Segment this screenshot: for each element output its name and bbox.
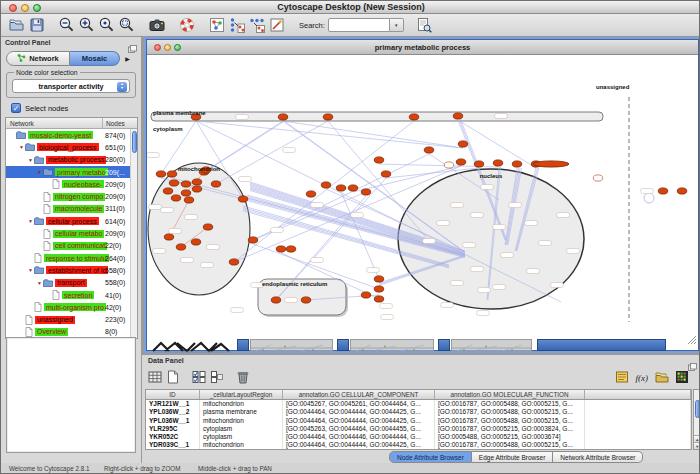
- graph-node[interactable]: [456, 159, 466, 165]
- graph-node[interactable]: [192, 186, 202, 192]
- tree-row[interactable]: macromolecule311(0): [6, 203, 130, 215]
- layout-horizontal-icon[interactable]: [227, 15, 247, 35]
- graph-node[interactable]: [191, 239, 201, 245]
- graph-node[interactable]: [181, 190, 191, 196]
- tree-row[interactable]: ▼primary metabo209(...: [6, 166, 130, 178]
- attribute-list-icon[interactable]: [613, 368, 631, 386]
- column-header-id[interactable]: ID: [146, 390, 200, 399]
- delete-attribute-icon[interactable]: [234, 368, 252, 386]
- window-title-block[interactable]: [337, 339, 349, 351]
- attribute-table-icon[interactable]: [146, 368, 164, 386]
- graph-node[interactable]: [409, 114, 419, 120]
- expand-arrow-icon[interactable]: ▼: [36, 280, 43, 286]
- graph-node[interactable]: [271, 297, 281, 303]
- tab-mosaic[interactable]: Mosaic: [70, 51, 120, 66]
- tree-row[interactable]: ▼metabolic process280(0): [6, 154, 130, 166]
- layout-vertical-icon[interactable]: [247, 15, 267, 35]
- graph-node[interactable]: [361, 189, 371, 195]
- network-canvas[interactable]: plasma membranecytoplasmmitochondrionnuc…: [147, 55, 700, 352]
- help-icon[interactable]: [177, 15, 197, 35]
- birdseye-view-panel[interactable]: [6, 337, 136, 453]
- tab-network[interactable]: Network: [6, 51, 70, 66]
- attribute-matrix-icon[interactable]: [673, 368, 691, 386]
- graph-node[interactable]: [203, 224, 213, 230]
- graph-node[interactable]: [169, 180, 179, 186]
- tree-row[interactable]: ▼establishment of lo558(0): [6, 264, 130, 276]
- graph-node[interactable]: [458, 141, 468, 147]
- network-window-titlebar[interactable]: primary metabolic process: [147, 40, 698, 55]
- table-row[interactable]: YLR295Ccytoplasm[GO:0045263, GO:0044464,…: [146, 425, 691, 433]
- graph-node[interactable]: [474, 161, 484, 167]
- scroll-up-icon[interactable]: ▲: [694, 435, 700, 442]
- column-header-molecular-function[interactable]: annotation.GO MOLECULAR_FUNCTION: [435, 390, 585, 399]
- network-overview-icon[interactable]: [207, 15, 227, 35]
- expand-arrow-icon[interactable]: ▼: [27, 157, 34, 163]
- background-window[interactable]: [337, 339, 434, 351]
- window-title-block[interactable]: [237, 339, 249, 351]
- scroll-down-icon[interactable]: ▼: [694, 442, 700, 449]
- tree-header-nodes[interactable]: Nodes: [106, 120, 125, 127]
- tab-edge-attribute-browser[interactable]: Edge Attribute Browser: [472, 451, 553, 463]
- function-builder-icon[interactable]: f(x): [633, 368, 651, 386]
- graph-node[interactable]: [381, 171, 391, 177]
- table-row[interactable]: YPL036W__2plasma membrane[GO:0044464, GO…: [146, 408, 691, 416]
- tree-row[interactable]: secretion41(0): [6, 289, 130, 301]
- expand-arrow-icon[interactable]: ▼: [27, 218, 34, 224]
- save-icon[interactable]: [27, 15, 47, 35]
- graph-node[interactable]: [361, 292, 371, 298]
- graph-node[interactable]: [321, 182, 331, 188]
- expand-arrow-icon[interactable]: ▼: [36, 169, 43, 175]
- graph-node[interactable]: [176, 244, 186, 250]
- column-header-region[interactable]: _cellularLayoutRegion: [200, 390, 283, 399]
- graph-node[interactable]: [374, 286, 384, 292]
- background-window[interactable]: [438, 339, 532, 351]
- open-file-icon[interactable]: [7, 15, 27, 35]
- select-attributes-icon[interactable]: [190, 368, 208, 386]
- new-attribute-icon[interactable]: [164, 368, 182, 386]
- graph-node[interactable]: [229, 259, 239, 265]
- table-row[interactable]: YJR121W__1mitochondrion[GO:0045267, GO:0…: [146, 400, 691, 408]
- graph-node[interactable]: [453, 113, 463, 119]
- graph-node[interactable]: [374, 276, 384, 282]
- table-row[interactable]: YDR039C__1mitochondrion[GO:0044464, GO:0…: [146, 441, 691, 449]
- graph-node[interactable]: [593, 175, 603, 181]
- table-row[interactable]: YPL036W__1mitochondrion[GO:0044464, GO:0…: [146, 417, 691, 425]
- graph-node[interactable]: [424, 147, 434, 153]
- tab-network-attribute-browser[interactable]: Network Attribute Browser: [553, 451, 643, 463]
- graph-node[interactable]: [323, 114, 333, 120]
- graph-node[interactable]: [348, 185, 358, 191]
- expand-arrow-icon[interactable]: ▼: [27, 267, 34, 273]
- table-scrollbar-thumb[interactable]: [695, 400, 700, 418]
- column-divider[interactable]: [102, 118, 103, 129]
- graph-node[interactable]: [533, 161, 569, 167]
- tree-scrollbar-thumb[interactable]: [132, 131, 137, 153]
- unselect-attributes-icon[interactable]: [208, 368, 226, 386]
- background-window[interactable]: [237, 339, 333, 351]
- table-scrollbar[interactable]: ▲ ▼: [693, 389, 700, 450]
- graph-node[interactable]: [374, 157, 384, 163]
- graph-node[interactable]: [493, 160, 503, 166]
- tree-row[interactable]: multi-organism pro42(0): [6, 301, 130, 313]
- search-input[interactable]: [328, 18, 390, 32]
- zoom-in-icon[interactable]: [77, 15, 97, 35]
- window-title-block[interactable]: [438, 339, 450, 351]
- graph-node[interactable]: [167, 171, 177, 177]
- graph-node[interactable]: [248, 237, 258, 243]
- graph-node[interactable]: [238, 196, 248, 202]
- graph-node[interactable]: [286, 246, 296, 252]
- tree-row[interactable]: ▼biological_process651(0): [6, 141, 130, 153]
- zoom-fit-icon[interactable]: [97, 15, 117, 35]
- expand-arrow-icon[interactable]: ▼: [18, 144, 25, 150]
- tree-row[interactable]: cellular metabo209(0): [6, 227, 130, 239]
- import-attributes-icon[interactable]: [653, 368, 671, 386]
- tab-node-attribute-browser[interactable]: Node Attribute Browser: [389, 451, 472, 463]
- graph-node[interactable]: [677, 188, 687, 194]
- graph-node[interactable]: [374, 296, 384, 302]
- tree-row[interactable]: ▼cellular process614(0): [6, 215, 130, 227]
- zoom-out-icon[interactable]: [57, 15, 77, 35]
- graph-node[interactable]: [306, 191, 316, 197]
- column-header-cellular-component[interactable]: annotation.GO CELLULAR_COMPONENT: [283, 390, 435, 399]
- graph-node[interactable]: [163, 188, 173, 194]
- tree-scrollbar[interactable]: [130, 129, 137, 338]
- graph-node[interactable]: [278, 114, 288, 120]
